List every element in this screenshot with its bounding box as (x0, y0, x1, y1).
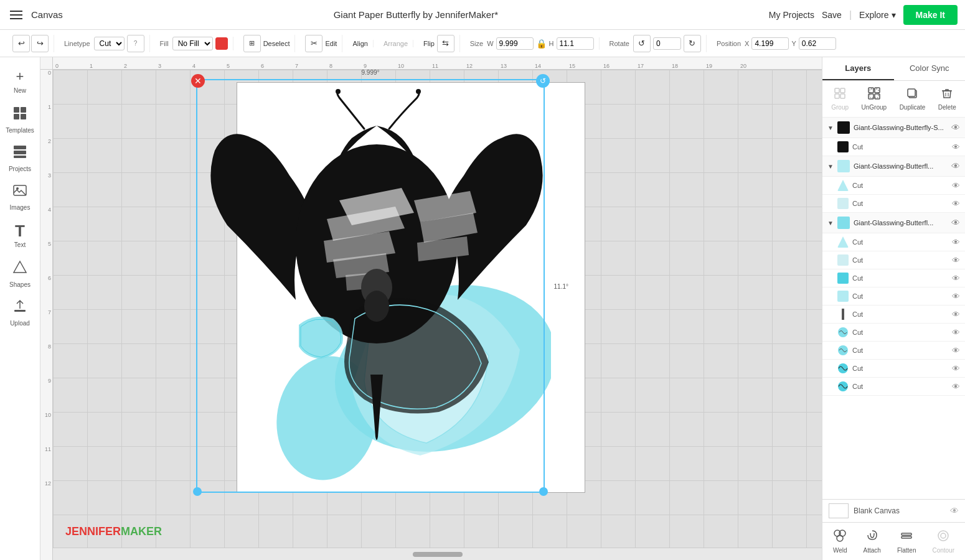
layer-item-3-7[interactable]: Cut 👁 (822, 342, 965, 360)
layer-group-2-visibility[interactable]: 👁 (951, 161, 960, 171)
canvas-area[interactable]: 0 1 2 3 4 5 6 7 8 9 10 11 12 13 14 15 16… (40, 57, 822, 560)
fill-select[interactable]: No Fill (172, 37, 213, 50)
layer-item-3-4[interactable]: Cut 👁 (822, 287, 965, 306)
svg-rect-26 (870, 89, 878, 98)
butterfly-artwork[interactable] (202, 88, 551, 487)
layer-item-2-2[interactable]: Cut 👁 (822, 195, 965, 213)
scrollbar-thumb[interactable] (413, 552, 463, 557)
layer-vis-3-4[interactable]: 👁 (952, 292, 960, 301)
layer-group-1: ▼ Giant-Glasswing-Butterfly-S... 👁 Cut 👁 (822, 118, 965, 156)
handle-top-left[interactable] (193, 76, 202, 85)
linetype-info-button[interactable]: ? (127, 35, 144, 52)
layer-type-3-3: Cut (852, 274, 948, 282)
group-action[interactable]: Group (826, 85, 854, 113)
layers-list: ▼ Giant-Glasswing-Butterfly-S... 👁 Cut 👁… (822, 118, 965, 499)
fill-color-button[interactable] (215, 37, 228, 50)
duplicate-action[interactable]: Duplicate (895, 85, 931, 113)
arrange-label[interactable]: Arrange (384, 40, 408, 47)
delete-handle[interactable]: ✕ (191, 74, 205, 88)
redo-button[interactable]: ↪ (31, 35, 49, 52)
layer-group-3: ▼ Giant-Glasswing-Butterfl... 👁 Cut 👁 Cu… (822, 213, 965, 396)
flip-button[interactable]: ⇆ (437, 35, 454, 52)
projects-icon (12, 144, 27, 163)
layer-vis-3-8[interactable]: 👁 (952, 364, 960, 373)
layer-item-3-5[interactable]: Cut 👁 (822, 306, 965, 324)
sidebar-item-new[interactable]: + New (1, 62, 39, 100)
flatten-label: Flatten (897, 547, 916, 554)
linetype-select[interactable]: Cut (94, 37, 125, 50)
sidebar-item-images[interactable]: Images (1, 178, 39, 215)
layer-group-3-visibility[interactable]: 👁 (951, 218, 960, 228)
sidebar-item-shapes[interactable]: Shapes (1, 255, 39, 292)
layer-group-1-header[interactable]: ▼ Giant-Glasswing-Butterfly-S... 👁 (822, 118, 965, 138)
layer-vis-3-3[interactable]: 👁 (952, 274, 960, 283)
layer-item-1-1[interactable]: Cut 👁 (822, 138, 965, 156)
weld-tool[interactable]: Weld (829, 526, 851, 556)
size-h-input[interactable]: 11.1 (557, 37, 594, 50)
save-button[interactable]: Save (822, 10, 842, 20)
size-w-input[interactable]: 9.999 (496, 37, 534, 50)
svg-point-15 (416, 89, 421, 94)
svg-rect-18 (835, 88, 839, 93)
layer-item-3-9[interactable]: Cut 👁 (822, 378, 965, 396)
edit-button[interactable]: ✂ (305, 35, 322, 52)
position-y-input[interactable]: 0.62 (799, 37, 836, 50)
layer-item-2-1[interactable]: Cut 👁 (822, 177, 965, 195)
contour-label: Contour (932, 547, 954, 554)
layer-group-1-visibility[interactable]: 👁 (951, 123, 960, 133)
explore-button[interactable]: Explore ▾ (859, 10, 895, 20)
align-label[interactable]: Align (352, 40, 367, 47)
delete-label: Delete (938, 104, 956, 111)
delete-action[interactable]: Delete (933, 85, 961, 113)
layer-group-3-header[interactable]: ▼ Giant-Glasswing-Butterfl... 👁 (822, 213, 965, 233)
undo-button[interactable]: ↩ (12, 35, 30, 52)
layer-item-3-2[interactable]: Cut 👁 (822, 251, 965, 269)
layer-thumb-2-2 (837, 198, 849, 209)
sidebar-item-projects[interactable]: Projects (1, 139, 39, 177)
layer-vis-1-1[interactable]: 👁 (952, 142, 960, 152)
rotate-cw-icon[interactable]: ↻ (684, 35, 701, 52)
layer-vis-3-6[interactable]: 👁 (952, 328, 960, 337)
rotate-ccw-icon[interactable]: ↺ (633, 35, 651, 52)
layer-type-3-9: Cut (852, 383, 948, 390)
sidebar-item-templates-label: Templates (6, 127, 34, 134)
layer-vis-2-2[interactable]: 👁 (952, 199, 960, 208)
layer-group-2-header[interactable]: ▼ Giant-Glasswing-Butterfl... 👁 (822, 156, 965, 177)
sidebar-item-templates[interactable]: Templates (1, 101, 39, 138)
handle-bottom-left[interactable] (193, 487, 202, 496)
lock-icon[interactable]: 🔒 (536, 39, 547, 49)
width-dimension-label: 9.999° (361, 70, 379, 76)
layer-vis-3-7[interactable]: 👁 (952, 346, 960, 355)
menu-icon[interactable] (7, 8, 25, 22)
my-projects-button[interactable]: My Projects (769, 10, 814, 20)
blank-canvas-visibility[interactable]: 👁 (950, 506, 959, 516)
layer-vis-3-1[interactable]: 👁 (952, 238, 960, 247)
tab-color-sync[interactable]: Color Sync (894, 57, 966, 80)
layer-vis-3-2[interactable]: 👁 (952, 256, 960, 265)
sidebar-item-upload[interactable]: Upload (1, 294, 39, 331)
layer-item-3-6[interactable]: Cut 👁 (822, 324, 965, 342)
right-panel: Layers Color Sync Group UnGroup (822, 57, 965, 560)
delete-icon (941, 87, 953, 103)
attach-tool[interactable]: Attach (860, 526, 885, 556)
layer-vis-3-9[interactable]: 👁 (952, 382, 960, 391)
tab-layers[interactable]: Layers (822, 57, 894, 80)
layer-item-3-1[interactable]: Cut 👁 (822, 233, 965, 251)
ungroup-action[interactable]: UnGroup (857, 85, 892, 113)
layer-item-3-3[interactable]: Cut 👁 (822, 269, 965, 287)
sidebar-item-text[interactable]: T Text (1, 217, 39, 254)
rotate-input[interactable]: 0 (653, 37, 681, 50)
contour-tool[interactable]: Contour (928, 526, 958, 556)
make-it-button[interactable]: Make It (903, 5, 958, 25)
horizontal-scrollbar[interactable] (53, 548, 822, 560)
rotate-label: Rotate (610, 40, 629, 47)
svg-rect-10 (14, 310, 26, 312)
layer-thumb-3-3 (837, 273, 849, 284)
layer-vis-2-1[interactable]: 👁 (952, 181, 960, 190)
sidebar-item-new-label: New (14, 87, 26, 94)
deselect-button[interactable]: ⊞ (243, 35, 261, 52)
flatten-tool[interactable]: Flatten (893, 526, 920, 556)
position-x-input[interactable]: 4.199 (751, 37, 789, 50)
layer-item-3-8[interactable]: Cut 👁 (822, 360, 965, 378)
layer-vis-3-5[interactable]: 👁 (952, 310, 960, 319)
